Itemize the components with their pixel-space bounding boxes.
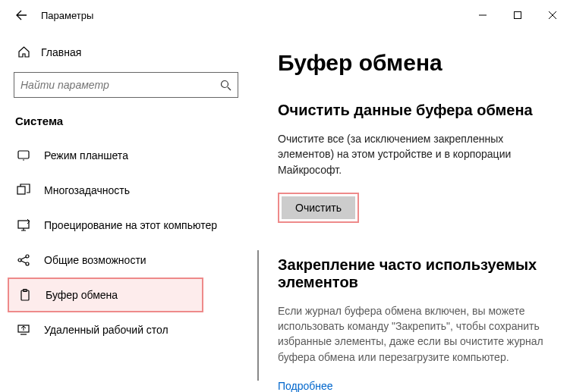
back-button[interactable] — [6, 0, 36, 30]
sidebar-item-label: Общие возможности — [44, 254, 146, 266]
maximize-icon — [513, 11, 522, 20]
shared-icon — [17, 253, 30, 267]
sidebar-item-tablet-mode[interactable]: Режим планшета — [14, 138, 238, 173]
minimize-icon — [478, 11, 487, 20]
section-header: Система — [14, 114, 258, 138]
close-button[interactable] — [535, 0, 570, 30]
projecting-icon — [17, 218, 30, 232]
search-input[interactable] — [20, 79, 220, 91]
search-icon — [220, 80, 231, 91]
svg-point-1 — [222, 80, 228, 87]
home-label: Главная — [41, 46, 81, 58]
clear-button[interactable]: Очистить — [282, 196, 355, 219]
svg-point-7 — [26, 255, 29, 258]
multitask-icon — [17, 183, 30, 197]
home-link[interactable]: Главная — [14, 41, 258, 72]
sidebar-item-shared[interactable]: Общие возможности — [14, 243, 238, 278]
clipboard-icon — [18, 288, 32, 302]
svg-rect-5 — [18, 221, 29, 228]
sidebar-item-remote-desktop[interactable]: Удаленный рабочий стол — [14, 312, 238, 347]
sidebar-item-clipboard[interactable]: Буфер обмена — [8, 278, 203, 312]
search-input-wrap[interactable] — [14, 72, 238, 98]
svg-point-3 — [23, 159, 24, 161]
sidebar-item-projecting[interactable]: Проецирование на этот компьютер — [14, 208, 238, 243]
page-title: Буфер обмена — [278, 50, 547, 76]
svg-point-8 — [26, 262, 29, 265]
svg-rect-4 — [17, 187, 25, 194]
sidebar-item-label: Проецирование на этот компьютер — [44, 219, 217, 231]
close-icon — [548, 11, 557, 20]
svg-rect-2 — [18, 151, 29, 158]
scroll-indicator[interactable] — [257, 250, 259, 381]
window-title: Параметры — [36, 10, 93, 21]
home-icon — [17, 45, 30, 58]
svg-rect-0 — [515, 12, 521, 19]
sidebar-item-label: Режим планшета — [44, 149, 128, 162]
minimize-button[interactable] — [465, 0, 500, 30]
clear-section-desc: Очистите все (за исключением закрепленны… — [278, 131, 547, 177]
sidebar-item-label: Многозадачность — [44, 184, 130, 196]
titlebar: Параметры — [0, 0, 570, 30]
maximize-button[interactable] — [500, 0, 535, 30]
learn-more-link[interactable]: Подробнее — [278, 380, 333, 392]
pin-section-title: Закрепление часто используемых элементов — [278, 256, 547, 291]
clear-section-title: Очистить данные буфера обмена — [278, 102, 547, 119]
svg-point-6 — [18, 259, 21, 262]
clear-button-highlight: Очистить — [278, 193, 359, 223]
arrow-left-icon — [15, 9, 27, 21]
main-content: Буфер обмена Очистить данные буфера обме… — [258, 30, 570, 392]
sidebar-item-label: Буфер обмена — [46, 289, 118, 301]
pin-section-desc: Если журнал буфера обмена включен, вы мо… — [278, 303, 547, 365]
remote-desktop-icon — [17, 323, 30, 337]
tablet-icon — [17, 149, 30, 162]
sidebar-item-multitask[interactable]: Многозадачность — [14, 173, 238, 208]
sidebar-item-label: Удаленный рабочий стол — [44, 324, 168, 336]
sidebar: Главная Система Режим планшета Многозада… — [0, 30, 258, 392]
